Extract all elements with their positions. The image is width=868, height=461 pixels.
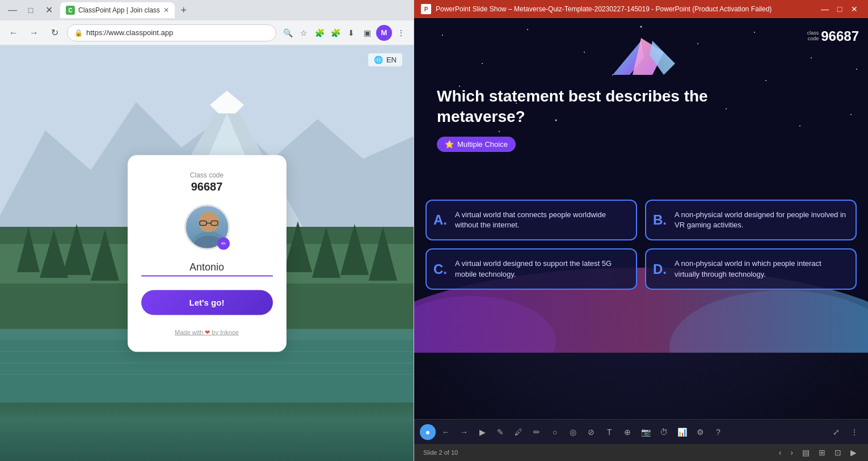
lets-go-button[interactable]: Let's go! [141, 290, 273, 315]
answer-letter-b: B. [653, 212, 667, 228]
ppt-zoom-btn[interactable]: ⊕ [620, 424, 635, 440]
ppt-chart-btn[interactable]: 📊 [674, 424, 690, 440]
address-bar[interactable]: 🔒 https://www.classpoint.app [67, 24, 276, 41]
class-code-small-label: class code [807, 31, 819, 42]
svg-point-30 [482, 63, 483, 64]
badge-label: Multiple Choice [457, 140, 508, 149]
ppt-timer-btn[interactable]: ⏱ [656, 424, 672, 440]
made-with-label: Made with [175, 328, 203, 335]
ppt-panel: P PowerPoint Slide Show – Metaverse-Quiz… [414, 0, 868, 461]
ppt-play-btn[interactable]: ▶ [474, 424, 490, 440]
made-with-link[interactable]: Made with ❤ by Inknoe [175, 328, 239, 335]
forward-button[interactable]: → [26, 25, 42, 41]
ppt-laser-btn[interactable]: ◎ [565, 424, 581, 440]
ppt-text-btn[interactable]: T [601, 424, 617, 440]
ppt-settings-btn[interactable]: ⚙ [692, 424, 708, 440]
ppt-end-btn[interactable]: ⤢ [828, 424, 844, 440]
ppt-close-button[interactable]: ✕ [848, 2, 861, 16]
class-code-label: Class code [141, 171, 273, 179]
svg-point-31 [527, 29, 528, 30]
answer-letter-d: D. [653, 261, 667, 277]
url-text: https://www.classpoint.app [86, 28, 173, 37]
ppt-minimize-button[interactable]: — [818, 2, 832, 16]
maximize-button[interactable]: □ [23, 2, 39, 18]
tab-close-button[interactable]: ✕ [163, 6, 169, 14]
prev-slide-btn[interactable]: ‹ [777, 447, 784, 458]
download-icon-btn[interactable]: ⬇ [344, 26, 358, 40]
ppt-camera-btn[interactable]: 📷 [638, 424, 654, 440]
ppt-highlight-btn[interactable]: ✏ [529, 424, 545, 440]
ppt-nav-prev[interactable]: ← [438, 424, 454, 440]
class-code-badge: class code 96687 [807, 28, 859, 44]
tab-bar: C ClassPoint App | Join class ✕ + [60, 2, 409, 18]
slide-sorter-btn[interactable]: ⊞ [816, 447, 828, 458]
heart-icon: ❤ [205, 328, 212, 335]
extensions-btn[interactable]: 🧩 [328, 26, 342, 40]
svg-point-36 [811, 57, 812, 58]
ppt-more-btn[interactable]: ⋮ [846, 424, 862, 440]
ppt-status-right: ‹ › ▤ ⊞ ⊡ ▶ [777, 447, 859, 458]
by-inknoe: by Inknoe [212, 328, 239, 335]
browser-tab-active[interactable]: C ClassPoint App | Join class ✕ [60, 2, 175, 18]
sidebar-toggle-btn[interactable]: ▣ [360, 26, 374, 40]
profile-button[interactable]: M [376, 25, 392, 41]
avatar-container: ✏ [184, 204, 230, 249]
svg-point-42 [765, 80, 766, 81]
ppt-help-btn[interactable]: ? [710, 424, 726, 440]
browser-panel: — □ ✕ C ClassPoint App | Join class ✕ + … [0, 0, 414, 461]
answers-grid: A. A virtual world that connects people … [425, 200, 857, 290]
ppt-title: PowerPoint Slide Show – Metaverse-Quiz-T… [436, 5, 814, 13]
normal-view-btn[interactable]: ▤ [800, 447, 812, 458]
ppt-shape-btn[interactable]: ○ [547, 424, 563, 440]
reading-view-btn[interactable]: ⊡ [832, 447, 844, 458]
edit-avatar-button[interactable]: ✏ [217, 237, 230, 249]
ppt-draw-btn[interactable]: ✎ [492, 424, 508, 440]
ppt-titlebar: P PowerPoint Slide Show – Metaverse-Quiz… [414, 0, 868, 18]
name-input[interactable] [141, 259, 273, 276]
answer-card-a[interactable]: A. A virtual world that connects people … [425, 200, 637, 240]
back-button[interactable]: ← [6, 25, 22, 41]
ppt-window-controls: — □ ✕ [818, 2, 861, 16]
svg-point-32 [584, 52, 585, 53]
ppt-eraser-btn[interactable]: ⊘ [583, 424, 599, 440]
question-title: Which statement best describes the metav… [437, 86, 709, 128]
slideshow-btn[interactable]: ▶ [848, 447, 859, 458]
answer-text-b: A non-physical world designed for people… [675, 210, 846, 230]
toolbar-icons: 🔍 ☆ 🧩 🧩 ⬇ ▣ M ⋮ [281, 25, 408, 41]
close-button[interactable]: ✕ [41, 2, 57, 18]
ppt-pen-btn[interactable]: 🖊 [511, 424, 526, 440]
multiple-choice-badge: ⭐ Multiple Choice [437, 137, 516, 152]
language-selector[interactable]: 🌐 EN [368, 53, 402, 66]
ppt-toolbar: ● ← → ▶ ✎ 🖊 ✏ ○ ◎ ⊘ T ⊕ 📷 ⏱ 📊 ⚙ ? ⤢ ⋮ [414, 419, 868, 444]
new-tab-button[interactable]: + [177, 3, 191, 17]
extension-icon-btn[interactable]: 🧩 [313, 26, 326, 40]
answer-text-c: A virtual world designed to support the … [455, 259, 627, 279]
class-code-number: 96687 [821, 28, 859, 44]
bookmark-icon-btn[interactable]: ☆ [297, 26, 310, 40]
slide-info: Slide 2 of 10 [423, 449, 458, 456]
minimize-button[interactable]: — [5, 2, 20, 18]
next-slide-btn[interactable]: › [788, 447, 795, 458]
ppt-nav-next[interactable]: → [456, 424, 472, 440]
browser-titlebar: — □ ✕ C ClassPoint App | Join class ✕ + [0, 0, 414, 20]
answer-card-d[interactable]: D. A non-physical world in which people … [645, 248, 857, 289]
menu-button[interactable]: ⋮ [394, 26, 408, 40]
ppt-maximize-button[interactable]: □ [833, 2, 846, 16]
made-with-text: Made with ❤ by Inknoe [141, 328, 273, 336]
star-icon: ⭐ [445, 140, 454, 149]
crystal-logo [601, 29, 681, 81]
answer-letter-a: A. [433, 212, 447, 228]
refresh-button[interactable]: ↻ [47, 25, 62, 41]
join-card: Class code 96687 [128, 155, 286, 352]
answer-text-d: A non-physical world in which people int… [675, 259, 846, 279]
search-icon-btn[interactable]: 🔍 [281, 26, 294, 40]
ppt-status-bar: Slide 2 of 10 ‹ › ▤ ⊞ ⊡ ▶ [414, 444, 868, 461]
answer-card-b[interactable]: B. A non-physical world designed for peo… [645, 200, 857, 240]
class-code-display: 96687 [141, 180, 273, 193]
svg-point-34 [697, 43, 698, 44]
tab-favicon: C [66, 6, 75, 15]
ppt-slide-content: class code 96687 Which statement best de… [414, 18, 868, 419]
globe-icon: 🌐 [374, 56, 383, 64]
svg-point-23 [199, 212, 219, 232]
answer-card-c[interactable]: C. A virtual world designed to support t… [425, 248, 637, 289]
